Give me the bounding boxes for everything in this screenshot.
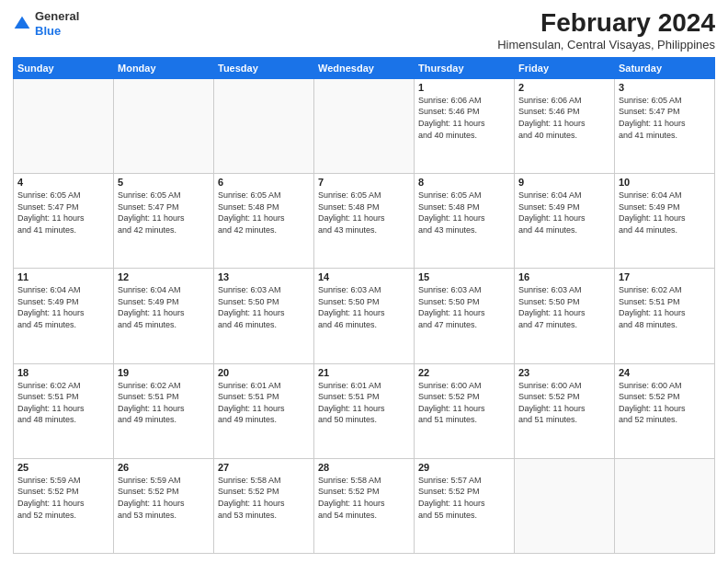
calendar-cell xyxy=(214,78,314,173)
week-row-4: 18Sunrise: 6:02 AM Sunset: 5:51 PM Dayli… xyxy=(14,363,715,458)
week-row-5: 25Sunrise: 5:59 AM Sunset: 5:52 PM Dayli… xyxy=(14,458,715,553)
calendar-cell: 26Sunrise: 5:59 AM Sunset: 5:52 PM Dayli… xyxy=(114,458,214,553)
calendar-cell: 24Sunrise: 6:00 AM Sunset: 5:52 PM Dayli… xyxy=(615,363,715,458)
day-number: 17 xyxy=(619,271,711,282)
calendar-cell: 3Sunrise: 6:05 AM Sunset: 5:47 PM Daylig… xyxy=(615,78,715,173)
day-number: 27 xyxy=(218,462,310,473)
logo: General Blue xyxy=(13,9,79,38)
day-info: Sunrise: 6:03 AM Sunset: 5:50 PM Dayligh… xyxy=(218,284,310,330)
calendar-cell: 25Sunrise: 5:59 AM Sunset: 5:52 PM Dayli… xyxy=(14,458,114,553)
day-info: Sunrise: 6:03 AM Sunset: 5:50 PM Dayligh… xyxy=(518,284,610,330)
calendar-cell: 4Sunrise: 6:05 AM Sunset: 5:47 PM Daylig… xyxy=(14,174,114,269)
day-number: 16 xyxy=(518,271,610,282)
calendar-cell xyxy=(314,78,415,173)
weekday-header-sunday: Sunday xyxy=(14,57,114,78)
day-info: Sunrise: 6:00 AM Sunset: 5:52 PM Dayligh… xyxy=(518,380,610,426)
month-title: February 2024 xyxy=(497,9,715,38)
calendar-cell xyxy=(14,78,114,173)
calendar-cell: 29Sunrise: 5:57 AM Sunset: 5:52 PM Dayli… xyxy=(415,458,515,553)
weekday-header-friday: Friday xyxy=(515,57,615,78)
day-info: Sunrise: 6:04 AM Sunset: 5:49 PM Dayligh… xyxy=(518,190,610,236)
calendar-cell: 13Sunrise: 6:03 AM Sunset: 5:50 PM Dayli… xyxy=(214,269,314,363)
day-number: 19 xyxy=(118,367,210,378)
weekday-header-saturday: Saturday xyxy=(615,57,715,78)
day-number: 29 xyxy=(418,462,510,473)
day-number: 23 xyxy=(518,367,610,378)
day-number: 8 xyxy=(418,177,510,188)
calendar-cell: 28Sunrise: 5:58 AM Sunset: 5:52 PM Dayli… xyxy=(314,458,415,553)
weekday-header-tuesday: Tuesday xyxy=(214,57,314,78)
calendar-cell: 8Sunrise: 6:05 AM Sunset: 5:48 PM Daylig… xyxy=(415,174,515,269)
calendar-cell: 5Sunrise: 6:05 AM Sunset: 5:47 PM Daylig… xyxy=(114,174,214,269)
calendar-cell: 2Sunrise: 6:06 AM Sunset: 5:46 PM Daylig… xyxy=(515,78,615,173)
day-info: Sunrise: 6:02 AM Sunset: 5:51 PM Dayligh… xyxy=(17,380,109,426)
day-info: Sunrise: 6:05 AM Sunset: 5:48 PM Dayligh… xyxy=(318,190,410,236)
calendar-cell: 18Sunrise: 6:02 AM Sunset: 5:51 PM Dayli… xyxy=(14,363,114,458)
calendar-table: SundayMondayTuesdayWednesdayThursdayFrid… xyxy=(13,57,715,554)
day-number: 7 xyxy=(318,177,410,188)
day-number: 3 xyxy=(619,82,711,93)
calendar-cell: 15Sunrise: 6:03 AM Sunset: 5:50 PM Dayli… xyxy=(415,269,515,363)
day-info: Sunrise: 5:57 AM Sunset: 5:52 PM Dayligh… xyxy=(418,475,510,521)
day-info: Sunrise: 6:05 AM Sunset: 5:47 PM Dayligh… xyxy=(118,190,210,236)
day-number: 4 xyxy=(17,177,109,188)
svg-marker-0 xyxy=(15,16,30,28)
day-number: 10 xyxy=(619,177,711,188)
day-number: 1 xyxy=(418,82,510,93)
day-info: Sunrise: 6:01 AM Sunset: 5:51 PM Dayligh… xyxy=(218,380,310,426)
day-info: Sunrise: 6:06 AM Sunset: 5:46 PM Dayligh… xyxy=(418,95,510,141)
logo-general: General xyxy=(35,9,79,23)
day-number: 9 xyxy=(518,177,610,188)
day-info: Sunrise: 6:01 AM Sunset: 5:51 PM Dayligh… xyxy=(318,380,410,426)
calendar-cell: 10Sunrise: 6:04 AM Sunset: 5:49 PM Dayli… xyxy=(615,174,715,269)
calendar-cell: 6Sunrise: 6:05 AM Sunset: 5:48 PM Daylig… xyxy=(214,174,314,269)
day-info: Sunrise: 6:00 AM Sunset: 5:52 PM Dayligh… xyxy=(619,380,711,426)
calendar-cell: 12Sunrise: 6:04 AM Sunset: 5:49 PM Dayli… xyxy=(114,269,214,363)
logo-icon xyxy=(13,15,31,33)
day-info: Sunrise: 6:02 AM Sunset: 5:51 PM Dayligh… xyxy=(118,380,210,426)
day-number: 22 xyxy=(418,367,510,378)
day-info: Sunrise: 6:05 AM Sunset: 5:48 PM Dayligh… xyxy=(418,190,510,236)
day-number: 26 xyxy=(118,462,210,473)
location-title: Himensulan, Central Visayas, Philippines xyxy=(497,38,715,52)
day-number: 15 xyxy=(418,271,510,282)
calendar-cell: 9Sunrise: 6:04 AM Sunset: 5:49 PM Daylig… xyxy=(515,174,615,269)
day-number: 21 xyxy=(318,367,410,378)
day-info: Sunrise: 6:04 AM Sunset: 5:49 PM Dayligh… xyxy=(619,190,711,236)
weekday-header-wednesday: Wednesday xyxy=(314,57,415,78)
calendar-cell: 14Sunrise: 6:03 AM Sunset: 5:50 PM Dayli… xyxy=(314,269,415,363)
day-number: 20 xyxy=(218,367,310,378)
calendar-cell: 21Sunrise: 6:01 AM Sunset: 5:51 PM Dayli… xyxy=(314,363,415,458)
day-info: Sunrise: 6:06 AM Sunset: 5:46 PM Dayligh… xyxy=(518,95,610,141)
day-info: Sunrise: 5:59 AM Sunset: 5:52 PM Dayligh… xyxy=(118,475,210,521)
day-number: 11 xyxy=(17,271,109,282)
day-info: Sunrise: 6:00 AM Sunset: 5:52 PM Dayligh… xyxy=(418,380,510,426)
day-info: Sunrise: 6:05 AM Sunset: 5:48 PM Dayligh… xyxy=(218,190,310,236)
logo-blue: Blue xyxy=(35,24,61,38)
page: General Blue February 2024 Himensulan, C… xyxy=(0,0,728,563)
day-number: 24 xyxy=(619,367,711,378)
day-info: Sunrise: 6:03 AM Sunset: 5:50 PM Dayligh… xyxy=(318,284,410,330)
day-info: Sunrise: 6:04 AM Sunset: 5:49 PM Dayligh… xyxy=(17,284,109,330)
header: General Blue February 2024 Himensulan, C… xyxy=(13,9,715,52)
day-info: Sunrise: 6:03 AM Sunset: 5:50 PM Dayligh… xyxy=(418,284,510,330)
calendar-cell: 20Sunrise: 6:01 AM Sunset: 5:51 PM Dayli… xyxy=(214,363,314,458)
title-block: February 2024 Himensulan, Central Visaya… xyxy=(497,9,715,52)
day-number: 13 xyxy=(218,271,310,282)
week-row-2: 4Sunrise: 6:05 AM Sunset: 5:47 PM Daylig… xyxy=(14,174,715,269)
calendar-cell: 23Sunrise: 6:00 AM Sunset: 5:52 PM Dayli… xyxy=(515,363,615,458)
logo-text: General Blue xyxy=(35,9,79,38)
calendar-cell: 7Sunrise: 6:05 AM Sunset: 5:48 PM Daylig… xyxy=(314,174,415,269)
day-info: Sunrise: 5:58 AM Sunset: 5:52 PM Dayligh… xyxy=(218,475,310,521)
calendar-cell: 16Sunrise: 6:03 AM Sunset: 5:50 PM Dayli… xyxy=(515,269,615,363)
day-info: Sunrise: 5:59 AM Sunset: 5:52 PM Dayligh… xyxy=(17,475,109,521)
weekday-header-thursday: Thursday xyxy=(415,57,515,78)
calendar-cell xyxy=(515,458,615,553)
calendar-cell xyxy=(114,78,214,173)
calendar-cell: 22Sunrise: 6:00 AM Sunset: 5:52 PM Dayli… xyxy=(415,363,515,458)
calendar-cell: 19Sunrise: 6:02 AM Sunset: 5:51 PM Dayli… xyxy=(114,363,214,458)
day-info: Sunrise: 5:58 AM Sunset: 5:52 PM Dayligh… xyxy=(318,475,410,521)
week-row-1: 1Sunrise: 6:06 AM Sunset: 5:46 PM Daylig… xyxy=(14,78,715,173)
day-number: 6 xyxy=(218,177,310,188)
day-number: 2 xyxy=(518,82,610,93)
